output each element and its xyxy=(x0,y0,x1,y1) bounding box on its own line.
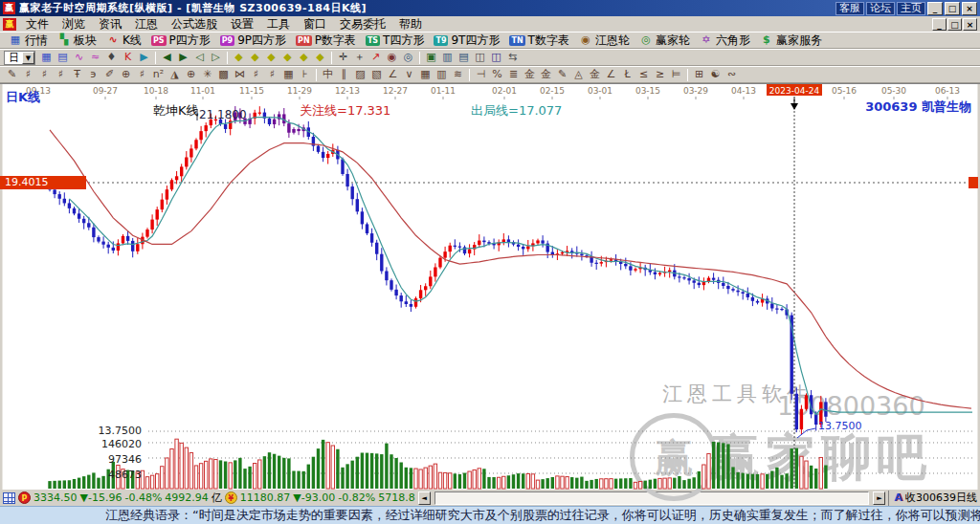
toolbar-tool-button[interactable]: ♯ xyxy=(36,67,53,82)
toolbar-tool-button[interactable]: ◆ xyxy=(231,50,247,65)
period-selector[interactable]: 日 ▼ xyxy=(4,51,35,65)
toolbar-tool-button[interactable]: ▨ xyxy=(352,67,368,82)
toolbar-tool-button[interactable]: ◆ xyxy=(279,50,296,65)
toolbar-tool-button[interactable]: 金 xyxy=(522,67,538,82)
toolbar-tool-button[interactable]: ✎ xyxy=(554,67,570,82)
toolbar-tool-button[interactable]: ≥ xyxy=(652,67,668,82)
toolbar-button[interactable]: TNT数字表 xyxy=(504,33,574,48)
toolbar-tool-button[interactable]: ▦ xyxy=(38,50,55,65)
toolbar-tool-button[interactable]: ≋ xyxy=(450,67,466,82)
toolbar-button[interactable]: ▦行情 xyxy=(4,33,53,48)
toolbar-tool-button[interactable]: ♦ xyxy=(103,50,120,65)
toolbar-tool-button[interactable]: ≤ xyxy=(635,67,652,82)
menu-item[interactable]: 资讯 xyxy=(92,16,128,33)
toolbar-tool-button[interactable]: ≈ xyxy=(87,50,103,65)
toolbar-button[interactable]: PNP数字表 xyxy=(291,33,361,48)
homepage-button[interactable]: 主页 xyxy=(897,2,925,15)
toolbar-button[interactable]: ✡六角形 xyxy=(695,33,755,48)
toolbar-tool-button[interactable]: ⊕ xyxy=(118,67,134,82)
menu-item[interactable]: 窗口 xyxy=(297,16,333,33)
toolbar-tool-button[interactable]: ✳ xyxy=(199,67,215,82)
toolbar-tool-button[interactable]: ＋ xyxy=(351,50,368,65)
toolbar-tool-button[interactable]: ∨ xyxy=(401,67,417,82)
toolbar-tool-button[interactable]: ◆ xyxy=(247,50,263,65)
toolbar-tool-button[interactable]: ⊦ xyxy=(297,67,313,82)
toolbar-tool-button[interactable]: ∠ xyxy=(385,67,401,82)
toolbar-tool-button[interactable]: ▷ xyxy=(208,50,224,65)
forum-button[interactable]: 论坛 xyxy=(866,2,895,15)
toolbar-tool-button[interactable]: Ł xyxy=(619,67,635,82)
toolbar-tool-button[interactable]: ⇆ xyxy=(504,50,521,65)
toolbar-tool-button[interactable]: ▩ xyxy=(215,67,232,82)
toolbar-tool-button[interactable]: ◆ xyxy=(296,50,312,65)
toolbar-tool-button[interactable]: ♯ xyxy=(264,67,280,82)
toolbar-tool-button[interactable]: ▤ xyxy=(456,50,472,65)
toolbar-tool-button[interactable]: ▧ xyxy=(368,67,385,82)
toolbar-tool-button[interactable]: ▥ xyxy=(439,50,456,65)
toolbar-tool-button[interactable]: ∾ xyxy=(724,67,740,82)
toolbar-tool-button[interactable]: 金 xyxy=(538,67,554,82)
toolbar-tool-button[interactable]: ♯ xyxy=(53,67,69,82)
toolbar-tool-button[interactable]: ⋈ xyxy=(232,67,248,82)
toolbar-button[interactable]: ◉江恩轮 xyxy=(574,33,635,48)
toolbar-button[interactable]: ◎赢家轮 xyxy=(635,33,695,48)
toolbar-tool-button[interactable]: ▣ xyxy=(423,50,439,65)
minimize-button[interactable]: _ xyxy=(927,2,943,15)
child-restore-button[interactable]: □ xyxy=(947,18,962,31)
toolbar-button[interactable]: P99P四方形 xyxy=(215,33,291,48)
menu-item[interactable]: 浏览 xyxy=(56,16,92,33)
toolbar-tool-button[interactable]: ◮ xyxy=(167,67,183,82)
toolbar-tool-button[interactable]: ⊞ xyxy=(691,67,707,82)
toolbar-button[interactable]: ∿K线 xyxy=(101,33,146,48)
toolbar-tool-button[interactable]: ϶ xyxy=(85,67,101,82)
toolbar-button[interactable]: TST四方形 xyxy=(361,33,430,48)
toolbar-tool-button[interactable]: ⊨ xyxy=(668,67,684,82)
toolbar-tool-button[interactable]: ◆ xyxy=(263,50,279,65)
toolbar-tool-button[interactable]: n² xyxy=(150,67,167,82)
toolbar-tool-button[interactable]: ◁ xyxy=(191,50,208,65)
toolbar-tool-button[interactable]: % xyxy=(489,67,505,82)
menu-item[interactable]: 文件 xyxy=(19,16,56,33)
toolbar-tool-button[interactable]: ∥ xyxy=(336,67,352,82)
menu-item[interactable]: 江恩 xyxy=(128,16,165,33)
toolbar-tool-button[interactable]: ♯ xyxy=(134,67,150,82)
toolbar-tool-button[interactable]: ◆ xyxy=(312,50,328,65)
toolbar-tool-button[interactable]: ⊣ xyxy=(473,67,489,82)
restore-button[interactable]: □ xyxy=(945,2,960,15)
toolbar-tool-button[interactable]: ▶ xyxy=(136,50,152,65)
toolbar-tool-button[interactable]: ▥ xyxy=(434,67,450,82)
toolbar-button[interactable]: PSP四方形 xyxy=(146,33,215,48)
toolbar-tool-button[interactable]: ▦ xyxy=(417,67,434,82)
scroll-right-button[interactable]: ► xyxy=(873,491,885,505)
menu-item[interactable]: 交易委托 xyxy=(333,16,392,33)
toolbar-button[interactable]: ▚板块 xyxy=(53,33,101,48)
menu-item[interactable]: 工具 xyxy=(260,16,297,33)
toolbar-tool-button[interactable]: ♯ xyxy=(20,67,36,82)
customer-service-button[interactable]: 客服 xyxy=(835,2,864,15)
menu-item[interactable]: 帮助 xyxy=(392,16,429,33)
toolbar-tool-button[interactable]: Ŧ xyxy=(69,67,85,82)
toolbar-tool-button[interactable]: ♯ xyxy=(248,67,264,82)
toolbar-tool-button[interactable]: ◫ xyxy=(472,50,488,65)
toolbar-tool-button[interactable]: 金 xyxy=(587,67,603,82)
toolbar-tool-button[interactable]: ✛ xyxy=(335,50,351,65)
toolbar-tool-button[interactable]: ✐ xyxy=(101,67,118,82)
child-close-button[interactable]: × xyxy=(963,18,977,31)
toolbar-tool-button[interactable]: 中 xyxy=(320,67,336,82)
chart-area[interactable]: 江恩工具软件 100800360 赢家聊吧 赢 09-1309-2710-181… xyxy=(0,83,980,489)
toolbar-tool-button[interactable]: ▶ xyxy=(175,50,191,65)
toolbar-tool-button[interactable]: ∠ xyxy=(603,67,619,82)
toolbar-tool-button[interactable]: ∿ xyxy=(71,50,87,65)
close-button[interactable]: × xyxy=(962,2,977,15)
toolbar-button[interactable]: $赢家服务 xyxy=(755,33,827,48)
chevron-down-icon[interactable]: ▼ xyxy=(22,52,34,64)
child-minimize-button[interactable]: _ xyxy=(932,18,947,31)
menu-item[interactable]: 设置 xyxy=(224,16,260,33)
toolbar-tool-button[interactable]: ◫ xyxy=(488,50,504,65)
quote-grid-icon[interactable] xyxy=(3,492,15,504)
toolbar-tool-button[interactable]: ◬ xyxy=(570,67,587,82)
toolbar-tool-button[interactable]: ✎ xyxy=(4,67,20,82)
toolbar-tool-button[interactable]: ◀ xyxy=(159,50,175,65)
toolbar-tool-button[interactable]: ≣ xyxy=(505,67,522,82)
toolbar-tool-button[interactable]: ⊕ xyxy=(183,67,199,82)
